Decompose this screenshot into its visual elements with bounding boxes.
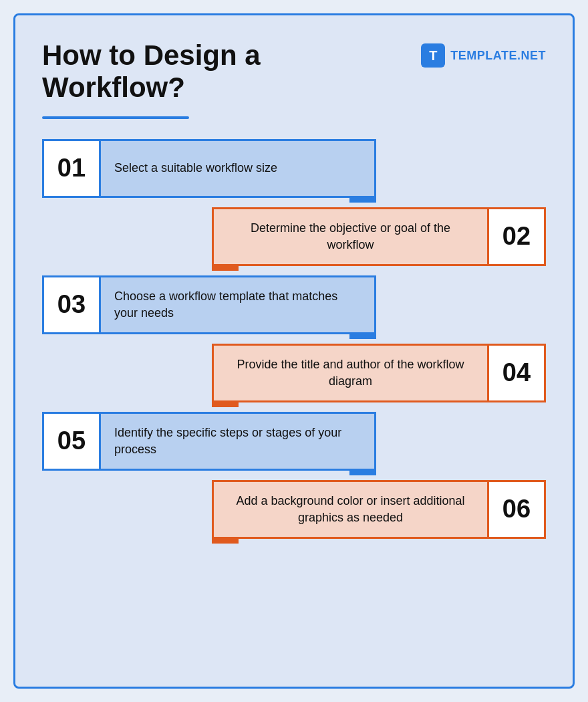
step-2: Determine the objective or goal of the w… <box>212 207 546 266</box>
step-3: 03 Choose a workflow template that match… <box>42 275 376 334</box>
page-title: How to Design a Workflow? <box>42 39 309 104</box>
step-5: 05 Identify the specific steps or stages… <box>42 412 376 471</box>
main-card: How to Design a Workflow? T TEMPLATE.NET… <box>13 13 575 689</box>
step-3-number: 03 <box>42 275 101 334</box>
steps-container: 01 Select a suitable workflow size Deter… <box>42 139 546 539</box>
step-1: 01 Select a suitable workflow size <box>42 139 376 198</box>
step-4-number: 04 <box>487 344 546 402</box>
logo-icon: T <box>421 43 445 68</box>
title-divider <box>42 116 189 119</box>
step-6-number: 06 <box>487 480 546 539</box>
logo: T TEMPLATE.NET <box>421 43 546 68</box>
header: How to Design a Workflow? T TEMPLATE.NET <box>42 39 546 104</box>
logo-tld: .NET <box>517 49 546 62</box>
step-2-text: Determine the objective or goal of the w… <box>212 207 487 266</box>
step-6: Add a background color or insert additio… <box>212 480 546 539</box>
step-1-number: 01 <box>42 139 101 198</box>
step-3-text: Choose a workflow template that matches … <box>101 275 376 334</box>
step-4: Provide the title and author of the work… <box>212 344 546 402</box>
logo-brand: TEMPLATE <box>450 49 517 62</box>
step-1-text: Select a suitable workflow size <box>101 139 376 198</box>
step-6-text: Add a background color or insert additio… <box>212 480 487 539</box>
step-2-number: 02 <box>487 207 546 266</box>
step-4-text: Provide the title and author of the work… <box>212 344 487 402</box>
step-5-text: Identify the specific steps or stages of… <box>101 412 376 471</box>
logo-text: TEMPLATE.NET <box>450 49 546 63</box>
step-5-number: 05 <box>42 412 101 471</box>
